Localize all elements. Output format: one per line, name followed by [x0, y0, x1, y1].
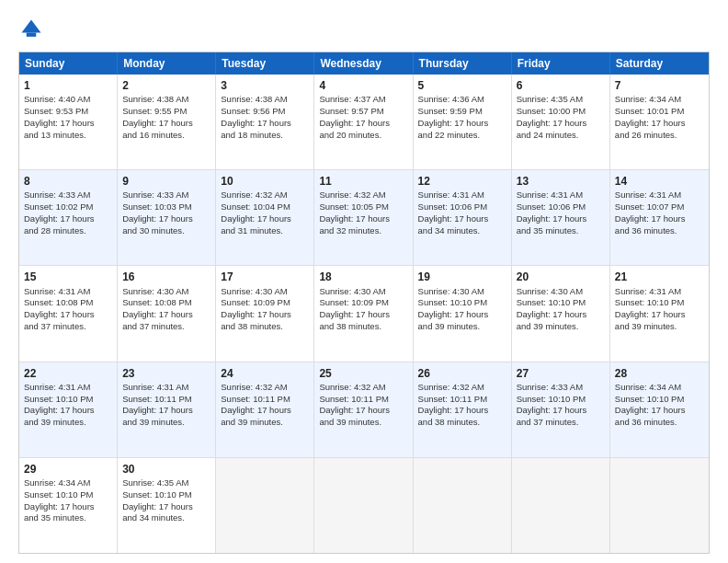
day-info: Daylight: 17 hours — [24, 405, 112, 417]
day-info: Sunrise: 4:34 AM — [615, 94, 704, 106]
empty-cell — [314, 458, 413, 553]
day-info: Sunset: 10:10 PM — [615, 297, 704, 309]
day-info: Daylight: 17 hours — [517, 405, 605, 417]
day-info: and 36 minutes. — [615, 417, 704, 429]
day-info: Sunset: 9:56 PM — [221, 106, 309, 118]
day-info: Sunrise: 4:34 AM — [615, 382, 704, 394]
day-info: Sunset: 10:11 PM — [418, 394, 506, 406]
day-info: Sunrise: 4:32 AM — [418, 382, 506, 394]
day-cell-13: 13Sunrise: 4:31 AMSunset: 10:06 PMDaylig… — [512, 170, 610, 265]
day-cell-9: 9Sunrise: 4:33 AMSunset: 10:03 PMDayligh… — [118, 170, 216, 265]
day-info: Daylight: 17 hours — [418, 118, 506, 130]
day-info: Sunset: 10:00 PM — [517, 106, 605, 118]
day-info: Daylight: 17 hours — [122, 118, 210, 130]
day-info: Sunrise: 4:32 AM — [221, 382, 309, 394]
day-info: Sunset: 10:10 PM — [418, 297, 506, 309]
header — [18, 17, 710, 42]
day-info: Sunset: 10:10 PM — [122, 489, 210, 501]
day-cell-10: 10Sunrise: 4:32 AMSunset: 10:04 PMDaylig… — [216, 170, 314, 265]
day-info: Sunset: 10:10 PM — [517, 297, 605, 309]
day-info: and 39 minutes. — [122, 417, 210, 429]
day-cell-3: 3Sunrise: 4:38 AMSunset: 9:56 PMDaylight… — [216, 75, 314, 169]
day-number: 23 — [122, 366, 210, 381]
day-info: Sunset: 9:57 PM — [319, 106, 407, 118]
day-cell-7: 7Sunrise: 4:34 AMSunset: 10:01 PMDayligh… — [610, 75, 709, 169]
day-info: Sunrise: 4:35 AM — [122, 477, 210, 489]
day-info: Daylight: 17 hours — [615, 118, 704, 130]
day-number: 11 — [319, 174, 407, 189]
day-info: Sunrise: 4:30 AM — [517, 286, 605, 298]
day-info: and 28 minutes. — [24, 225, 112, 237]
day-number: 26 — [418, 366, 506, 381]
day-number: 10 — [221, 174, 309, 189]
day-info: and 24 minutes. — [517, 130, 605, 142]
day-cell-21: 21Sunrise: 4:31 AMSunset: 10:10 PMDaylig… — [610, 266, 709, 361]
empty-cell — [414, 458, 512, 553]
day-info: Sunset: 10:11 PM — [319, 394, 407, 406]
day-info: Daylight: 17 hours — [122, 309, 210, 321]
header-cell-tuesday: Tuesday — [216, 52, 314, 75]
day-info: Sunrise: 4:31 AM — [517, 190, 605, 201]
day-info: and 38 minutes. — [418, 417, 506, 429]
day-number: 19 — [418, 270, 506, 284]
day-info: Sunrise: 4:30 AM — [122, 286, 210, 298]
day-info: and 39 minutes. — [418, 321, 506, 333]
day-number: 6 — [517, 78, 605, 93]
day-number: 21 — [615, 270, 704, 284]
day-number: 5 — [418, 78, 506, 93]
day-number: 9 — [122, 174, 210, 189]
day-info: and 39 minutes. — [221, 417, 309, 429]
day-info: Sunset: 10:05 PM — [319, 201, 407, 213]
header-cell-wednesday: Wednesday — [314, 52, 413, 75]
day-info: Sunset: 10:09 PM — [221, 297, 309, 309]
day-info: and 37 minutes. — [517, 417, 605, 429]
calendar: SundayMondayTuesdayWednesdayThursdayFrid… — [18, 52, 710, 554]
day-cell-15: 15Sunrise: 4:31 AMSunset: 10:08 PMDaylig… — [19, 266, 118, 361]
day-info: Sunset: 10:03 PM — [122, 201, 210, 213]
day-cell-18: 18Sunrise: 4:30 AMSunset: 10:09 PMDaylig… — [314, 266, 413, 361]
day-info: Daylight: 17 hours — [122, 405, 210, 417]
day-number: 14 — [615, 174, 704, 189]
day-info: and 22 minutes. — [418, 130, 506, 142]
day-info: Sunset: 10:02 PM — [24, 201, 112, 213]
page: SundayMondayTuesdayWednesdayThursdayFrid… — [0, 0, 728, 563]
day-info: and 18 minutes. — [221, 130, 309, 142]
header-cell-sunday: Sunday — [19, 52, 118, 75]
day-info: Sunrise: 4:30 AM — [319, 286, 407, 298]
day-info: Sunrise: 4:32 AM — [221, 190, 309, 201]
day-info: Sunrise: 4:37 AM — [319, 94, 407, 106]
day-info: Sunrise: 4:32 AM — [319, 190, 407, 201]
day-info: Sunrise: 4:36 AM — [418, 94, 506, 106]
day-cell-11: 11Sunrise: 4:32 AMSunset: 10:05 PMDaylig… — [314, 170, 413, 265]
header-cell-saturday: Saturday — [610, 52, 709, 75]
day-info: Sunset: 9:55 PM — [122, 106, 210, 118]
day-info: Sunrise: 4:33 AM — [24, 190, 112, 201]
day-info: and 35 minutes. — [517, 225, 605, 237]
day-cell-19: 19Sunrise: 4:30 AMSunset: 10:10 PMDaylig… — [414, 266, 512, 361]
day-number: 7 — [615, 78, 704, 93]
day-number: 25 — [319, 366, 407, 381]
day-number: 29 — [24, 462, 112, 477]
calendar-row-5: 29Sunrise: 4:34 AMSunset: 10:10 PMDaylig… — [19, 457, 709, 553]
day-cell-27: 27Sunrise: 4:33 AMSunset: 10:10 PMDaylig… — [512, 362, 610, 457]
day-cell-1: 1Sunrise: 4:40 AMSunset: 9:53 PMDaylight… — [19, 75, 118, 169]
day-info: Daylight: 17 hours — [24, 309, 112, 321]
day-number: 13 — [517, 174, 605, 189]
day-cell-16: 16Sunrise: 4:30 AMSunset: 10:08 PMDaylig… — [118, 266, 216, 361]
day-cell-12: 12Sunrise: 4:31 AMSunset: 10:06 PMDaylig… — [414, 170, 512, 265]
calendar-row-1: 1Sunrise: 4:40 AMSunset: 9:53 PMDaylight… — [19, 75, 709, 169]
day-info: and 35 minutes. — [24, 512, 112, 524]
day-info: Sunrise: 4:30 AM — [221, 286, 309, 298]
logo-icon — [18, 17, 44, 42]
day-number: 30 — [122, 462, 210, 477]
day-info: and 20 minutes. — [319, 130, 407, 142]
day-info: Sunrise: 4:40 AM — [24, 94, 112, 106]
day-info: and 16 minutes. — [122, 130, 210, 142]
day-info: Sunrise: 4:31 AM — [122, 382, 210, 394]
day-info: and 39 minutes. — [517, 321, 605, 333]
day-info: Sunrise: 4:38 AM — [122, 94, 210, 106]
header-cell-thursday: Thursday — [414, 52, 512, 75]
day-cell-24: 24Sunrise: 4:32 AMSunset: 10:11 PMDaylig… — [216, 362, 314, 457]
day-cell-30: 30Sunrise: 4:35 AMSunset: 10:10 PMDaylig… — [118, 458, 216, 553]
day-info: Daylight: 17 hours — [319, 213, 407, 225]
